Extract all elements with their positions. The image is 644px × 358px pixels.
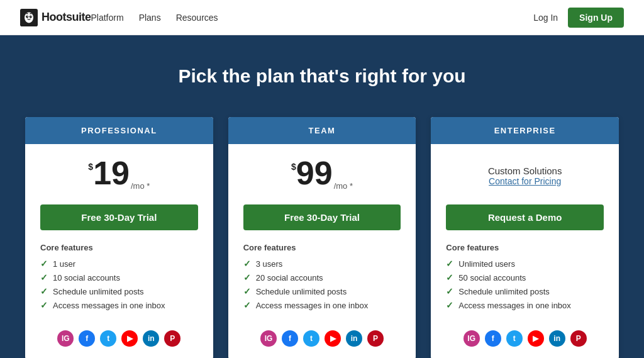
nav-links: Platform Plans Resources [91, 13, 534, 23]
signup-button[interactable]: Sign Up [568, 8, 624, 28]
social-icons: IGft▶inP [446, 323, 604, 347]
price-period: /mo * [131, 181, 150, 191]
instagram-icon[interactable]: IG [464, 330, 480, 347]
feature-text: 50 social accounts [458, 273, 526, 282]
facebook-icon[interactable]: f [282, 330, 298, 347]
check-icon: ✓ [446, 300, 453, 310]
feature-item: ✓Schedule unlimited posts [40, 286, 198, 296]
logo-text: Hootsuite [42, 11, 91, 24]
price-period: /mo * [334, 181, 353, 191]
check-icon: ✓ [243, 286, 251, 296]
facebook-icon[interactable]: f [79, 330, 95, 347]
contact-pricing-link[interactable]: Contact for Pricing [489, 176, 561, 186]
svg-point-4 [27, 16, 28, 16]
feature-text: Schedule unlimited posts [53, 287, 144, 296]
pinterest-icon[interactable]: P [570, 330, 587, 347]
plan-cta-professional[interactable]: Free 30-Day Trial [40, 204, 198, 230]
feature-text: 3 users [256, 259, 283, 269]
owl-icon [20, 9, 38, 26]
check-icon: ✓ [446, 272, 453, 282]
feature-text: Access messages in one inbox [53, 301, 165, 310]
svg-point-1 [25, 12, 33, 23]
plan-body-team: $99/mo *Free 30-Day TrialCore features✓3… [228, 144, 416, 358]
svg-point-2 [26, 15, 28, 18]
plan-cta-team[interactable]: Free 30-Day Trial [243, 204, 401, 230]
plan-body-enterprise: Custom SolutionsContact for PricingReque… [431, 144, 619, 358]
check-icon: ✓ [243, 272, 251, 282]
youtube-icon[interactable]: ▶ [325, 330, 341, 347]
features-list: ✓Unlimited users✓50 social accounts✓Sche… [446, 259, 604, 310]
navbar: Hootsuite Platform Plans Resources Log I… [0, 0, 644, 35]
plan-header-team: TEAM [228, 117, 416, 144]
instagram-icon[interactable]: IG [57, 330, 74, 347]
nav-actions: Log In Sign Up [533, 8, 624, 28]
check-icon: ✓ [243, 300, 251, 310]
youtube-icon[interactable]: ▶ [121, 330, 138, 347]
feature-text: Schedule unlimited posts [256, 287, 347, 296]
check-icon: ✓ [40, 259, 48, 269]
check-icon: ✓ [40, 286, 48, 296]
linkedin-icon[interactable]: in [346, 330, 362, 347]
plan-header-professional: PROFESSIONAL [25, 117, 213, 144]
price-amount: 99 [296, 157, 333, 189]
check-icon: ✓ [40, 272, 48, 282]
price-dollar-sign: $ [291, 162, 296, 172]
feature-text: 20 social accounts [256, 273, 323, 282]
plan-body-professional: $19/mo *Free 30-Day TrialCore features✓1… [25, 144, 213, 358]
twitter-icon[interactable]: t [303, 330, 319, 347]
features-label: Core features [446, 243, 604, 252]
plan-card-professional: PROFESSIONAL$19/mo *Free 30-Day TrialCor… [25, 117, 213, 358]
svg-point-3 [30, 15, 32, 18]
pinterest-icon[interactable]: P [164, 330, 180, 347]
feature-item: ✓50 social accounts [446, 272, 604, 282]
price-amount: 19 [93, 157, 130, 189]
hero-section: Pick the plan that's right for you [0, 35, 644, 117]
feature-item: ✓Access messages in one inbox [40, 300, 198, 310]
social-icons: IGft▶inP [243, 323, 401, 347]
plan-header-enterprise: ENTERPRISE [431, 117, 619, 144]
feature-text: Schedule unlimited posts [458, 287, 550, 296]
plan-cta-enterprise[interactable]: Request a Demo [446, 204, 604, 230]
instagram-icon[interactable]: IG [260, 330, 277, 347]
feature-item: ✓3 users [243, 259, 401, 269]
nav-plans[interactable]: Plans [139, 13, 161, 23]
feature-text: Unlimited users [458, 259, 515, 269]
logo[interactable]: Hootsuite [20, 9, 91, 26]
svg-point-5 [31, 16, 31, 16]
feature-item: ✓20 social accounts [243, 272, 401, 282]
check-icon: ✓ [243, 259, 251, 269]
twitter-icon[interactable]: t [506, 330, 523, 347]
social-icons: IGft▶inP [40, 323, 198, 347]
linkedin-icon[interactable]: in [143, 330, 159, 347]
check-icon: ✓ [446, 286, 453, 296]
plan-price-enterprise: Custom SolutionsContact for Pricing [446, 157, 604, 194]
plan-price-team: $99/mo * [243, 157, 401, 194]
features-label: Core features [40, 243, 198, 252]
features-list: ✓1 user✓10 social accounts✓Schedule unli… [40, 259, 198, 310]
custom-solutions-label: Custom Solutions [488, 165, 562, 176]
feature-item: ✓Access messages in one inbox [446, 300, 604, 310]
nav-resources[interactable]: Resources [176, 13, 218, 23]
features-label: Core features [243, 243, 401, 252]
feature-item: ✓10 social accounts [40, 272, 198, 282]
facebook-icon[interactable]: f [485, 330, 501, 347]
hero-title: Pick the plan that's right for you [20, 65, 624, 87]
check-icon: ✓ [40, 300, 48, 310]
plan-card-team: TEAM$99/mo *Free 30-Day TrialCore featur… [228, 117, 416, 358]
linkedin-icon[interactable]: in [549, 330, 565, 347]
login-button[interactable]: Log In [533, 13, 558, 23]
feature-item: ✓Unlimited users [446, 259, 604, 269]
feature-item: ✓Schedule unlimited posts [446, 286, 604, 296]
nav-platform[interactable]: Platform [91, 13, 124, 23]
plans-section: PROFESSIONAL$19/mo *Free 30-Day TrialCor… [0, 117, 644, 358]
feature-text: 10 social accounts [53, 273, 120, 282]
feature-text: 1 user [53, 259, 75, 269]
youtube-icon[interactable]: ▶ [528, 330, 544, 347]
feature-text: Access messages in one inbox [458, 301, 570, 310]
price-dollar-sign: $ [88, 162, 93, 172]
twitter-icon[interactable]: t [100, 330, 116, 347]
pinterest-icon[interactable]: P [367, 330, 384, 347]
feature-text: Access messages in one inbox [256, 301, 368, 310]
feature-item: ✓Access messages in one inbox [243, 300, 401, 310]
feature-item: ✓1 user [40, 259, 198, 269]
